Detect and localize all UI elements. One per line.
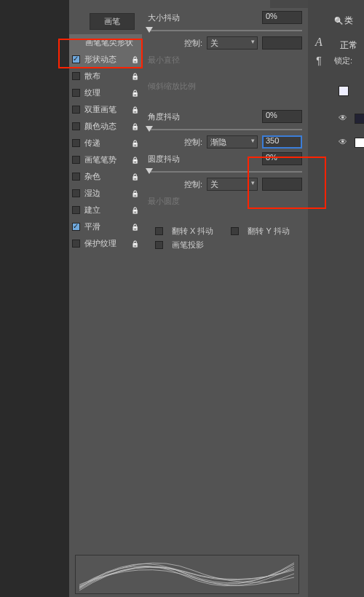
control1-row: 控制: 关	[142, 35, 308, 51]
eye-icon[interactable]: 👁	[339, 137, 350, 149]
size-jitter-field[interactable]: 0%	[262, 11, 302, 24]
layer-row-2[interactable]: 👁	[339, 113, 364, 124]
round-jitter-row: 圆度抖动 0%	[142, 150, 308, 166]
control2-select[interactable]: 渐隐	[207, 135, 258, 149]
brush-preview	[75, 555, 299, 594]
checkbox-icon[interactable]	[72, 173, 80, 181]
brush-tip-header[interactable]: 画笔笔尖形状	[69, 34, 142, 51]
angle-jitter-row: 角度抖动 0%	[142, 108, 308, 124]
lock-icon[interactable]	[130, 189, 139, 198]
lock-icon[interactable]	[130, 173, 139, 181]
paragraph-tool-icon[interactable]: ¶	[310, 52, 328, 68]
brush-option-9[interactable]: 建立	[69, 202, 142, 218]
control3-row: 控制: 关	[142, 176, 308, 192]
lock-label: 锁定:	[334, 55, 352, 66]
min-diameter-row: 最小直径	[142, 51, 308, 67]
flip-y-checkbox[interactable]: 翻转 Y 抖动	[231, 226, 289, 237]
lock-icon[interactable]	[130, 106, 139, 114]
lock-icon[interactable]	[130, 156, 139, 165]
control1-select[interactable]: 关	[207, 36, 258, 50]
lock-icon[interactable]	[130, 139, 139, 148]
lock-icon[interactable]	[130, 240, 139, 248]
control1-field[interactable]	[262, 36, 302, 50]
lock-icon[interactable]	[130, 206, 139, 215]
control2-field[interactable]: 350	[262, 135, 302, 149]
brush-list: 画笔笔尖形状 形状动态散布纹理双重画笔颜色动态传递画笔笔势杂色湿边建立平滑保护纹…	[69, 34, 142, 252]
control3-field[interactable]	[262, 178, 302, 191]
layer-thumb-icon	[355, 114, 364, 124]
lock-icon[interactable]	[130, 89, 139, 98]
flip-x-checkbox[interactable]: 翻转 X 抖动	[155, 226, 213, 237]
brush-option-6[interactable]: 画笔笔势	[69, 151, 142, 168]
blend-mode[interactable]: 正常	[340, 39, 357, 52]
round-jitter-slider[interactable]	[148, 166, 302, 176]
brush-option-8[interactable]: 湿边	[69, 185, 142, 202]
checkbox-icon[interactable]	[72, 122, 80, 130]
layer-row-1[interactable]	[339, 86, 349, 96]
size-jitter-slider[interactable]	[148, 25, 302, 35]
brush-option-3[interactable]: 双重画笔	[69, 101, 142, 118]
round-jitter-field[interactable]: 0%	[262, 152, 302, 165]
checkbox-icon[interactable]	[72, 240, 80, 248]
brush-option-7[interactable]: 杂色	[69, 168, 142, 185]
layer-thumb-icon	[355, 138, 364, 148]
brush-option-2[interactable]: 纹理	[69, 84, 142, 101]
checkbox-icon[interactable]	[72, 189, 80, 197]
layer-row-3[interactable]: 👁	[339, 137, 364, 149]
size-jitter-row: 大小抖动 0%	[142, 9, 308, 25]
checkbox-icon[interactable]	[72, 139, 80, 147]
checkbox-icon[interactable]	[72, 206, 80, 214]
lock-icon[interactable]	[130, 223, 139, 232]
checkbox-icon[interactable]	[72, 223, 80, 231]
search-type[interactable]: 类	[334, 15, 353, 27]
tab-brush[interactable]: 画笔	[90, 13, 135, 30]
lock-icon[interactable]	[130, 122, 139, 131]
brush-option-4[interactable]: 颜色动态	[69, 118, 142, 135]
brush-option-5[interactable]: 传递	[69, 135, 142, 151]
text-tool-icon[interactable]: A	[310, 34, 328, 50]
brush-option-10[interactable]: 平滑	[69, 218, 142, 235]
control2-row: 控制: 渐隐 350	[142, 134, 308, 150]
layer-thumb-icon	[339, 86, 349, 96]
checkbox-icon[interactable]	[72, 106, 80, 114]
checkbox-icon[interactable]	[72, 72, 80, 80]
min-round-row: 最小圆度	[142, 192, 308, 208]
brush-projection-checkbox[interactable]: 画笔投影	[155, 240, 204, 250]
control3-select[interactable]: 关	[207, 178, 258, 191]
angle-jitter-field[interactable]: 0%	[262, 110, 302, 123]
brush-option-1[interactable]: 散布	[69, 68, 142, 84]
angle-jitter-slider[interactable]	[148, 124, 302, 134]
tilt-scale-row: 倾斜缩放比例	[142, 77, 308, 93]
checkbox-icon[interactable]	[72, 156, 80, 164]
lock-icon[interactable]	[130, 72, 139, 81]
checkbox-icon[interactable]	[72, 89, 80, 97]
checkbox-icon[interactable]	[72, 55, 80, 63]
eye-icon[interactable]: 👁	[339, 113, 350, 124]
brush-option-0[interactable]: 形状动态	[69, 51, 142, 68]
lock-icon[interactable]	[130, 55, 139, 64]
brush-option-11[interactable]: 保护纹理	[69, 235, 142, 252]
